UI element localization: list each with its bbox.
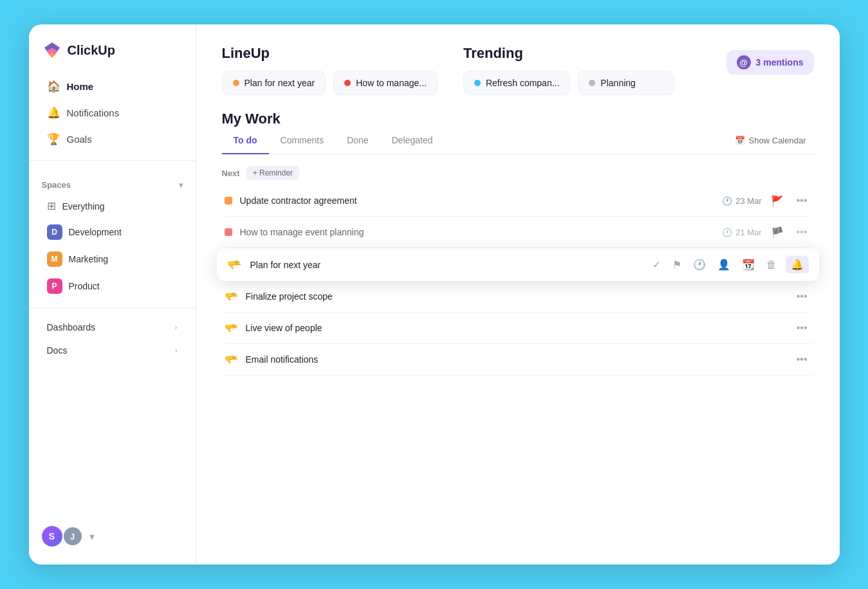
flag-action-button[interactable]: ⚑ [670, 256, 684, 273]
avatar-img[interactable]: J [62, 526, 83, 547]
trending-card-planning-label: Planning [600, 78, 636, 88]
dot-gray-1 [589, 80, 595, 86]
dot-blue-1 [474, 80, 481, 86]
divider-2 [29, 307, 196, 308]
task-icon: 🫳 [225, 290, 238, 304]
lineup-card-manage[interactable]: How to manage... [333, 71, 438, 95]
task-meta: ••• [793, 352, 811, 367]
task-date: 🕐 23 Mar [722, 196, 761, 206]
trending-card-planning[interactable]: Planning [578, 71, 674, 95]
sidebar-item-development[interactable]: D Development [34, 219, 190, 246]
sidebar-item-everything[interactable]: ⊞ Everything [34, 194, 190, 219]
sidebar-bottom: S J ▾ [29, 518, 196, 554]
space-everything-label: Everything [62, 201, 105, 212]
flag-icon-red: 🚩 [771, 195, 784, 207]
sidebar-item-docs[interactable]: Docs › [34, 339, 190, 362]
task-icon: 🫳 [225, 353, 238, 367]
trending-cards: Refresh compan... Planning [463, 71, 714, 95]
calendar-icon: 📅 [735, 136, 745, 145]
task-name: Update contractor agreement [240, 195, 723, 206]
more-options-button[interactable]: ••• [793, 194, 811, 208]
sidebar: ClickUp 🏠 Home 🔔 Notifications 🏆 Goals S… [29, 24, 196, 565]
task-dot-red [225, 228, 232, 236]
avatar-dropdown-icon[interactable]: ▾ [89, 530, 95, 543]
goals-icon: 🏆 [47, 132, 60, 146]
more-options-button[interactable]: ••• [793, 321, 811, 335]
top-row: LineUp Plan for next year How to manage.… [222, 45, 814, 95]
bell-icon: 🔔 [47, 106, 60, 120]
clock-action-button[interactable]: 🕐 [690, 256, 708, 273]
lineup-card-manage-label: How to manage... [356, 78, 427, 88]
lineup-card-plan[interactable]: Plan for next year [222, 71, 326, 95]
nav-goals[interactable]: 🏆 Goals [34, 126, 190, 152]
task-row[interactable]: 🫳 Finalize project scope ••• [222, 281, 814, 313]
product-badge: P [47, 278, 62, 294]
task-name: Email notifications [246, 354, 793, 365]
space-marketing-label: Marketing [69, 254, 108, 264]
clock-icon: 🕐 [722, 196, 732, 206]
nav-home[interactable]: 🏠 Home [34, 73, 190, 100]
task-meta: ••• [793, 321, 811, 335]
task-row[interactable]: Update contractor agreement 🕐 23 Mar 🚩 •… [222, 185, 814, 217]
trending-card-refresh[interactable]: Refresh compan... [463, 71, 570, 95]
space-product-label: Product [69, 281, 100, 291]
task-meta: 🕐 23 Mar 🚩 ••• [722, 194, 811, 208]
docs-label: Docs [47, 345, 68, 356]
app-name: ClickUp [68, 43, 115, 58]
assign-action-button[interactable]: 👤 [715, 256, 733, 273]
delete-action-button[interactable]: 🗑 [764, 257, 779, 273]
mentions-badge[interactable]: @ 3 mentions [726, 50, 814, 75]
task-dot-orange [225, 197, 232, 204]
task-date: 🕐 21 Mar [722, 228, 761, 237]
sidebar-item-marketing[interactable]: M Marketing [34, 246, 190, 273]
mentions-count: 3 mentions [756, 57, 804, 68]
chevron-down-icon: ▾ [179, 181, 183, 190]
home-icon: 🏠 [47, 80, 60, 93]
sidebar-item-product[interactable]: P Product [34, 273, 190, 300]
sidebar-item-dashboards[interactable]: Dashboards › [34, 316, 190, 339]
tab-todo[interactable]: To do [222, 127, 269, 154]
tab-delegated[interactable]: Delegated [380, 127, 445, 154]
task-meta: ••• [793, 289, 811, 304]
spaces-section-label: Spaces ▾ [29, 168, 196, 194]
trending-section: Trending Refresh compan... Planning [463, 45, 714, 95]
next-text: Next [222, 168, 240, 178]
check-action-button[interactable]: ✓ [650, 256, 663, 273]
avatar-s[interactable]: S [42, 526, 62, 547]
add-reminder-button[interactable]: + Reminder [246, 166, 299, 180]
task-row[interactable]: How to manage event planning 🕐 21 Mar 🏴 … [222, 217, 814, 248]
next-label: Next + Reminder [222, 154, 814, 185]
tab-done[interactable]: Done [335, 127, 380, 154]
task-row[interactable]: 🫳 Email notifications ••• [222, 344, 814, 376]
task-row[interactable]: 🫳 Live view of people ••• [222, 313, 814, 344]
popup-actions: ✓ ⚑ 🕐 👤 📆 🗑 🔔 [650, 256, 809, 273]
dashboards-label: Dashboards [47, 322, 96, 332]
task-meta: 🕐 21 Mar 🏴 ••• [722, 225, 811, 239]
more-options-button[interactable]: ••• [793, 225, 811, 239]
lineup-title: LineUp [222, 45, 438, 62]
tabs-row: To do Comments Done Delegated 📅 Show Cal… [222, 127, 814, 154]
more-options-button[interactable]: ••• [793, 352, 811, 367]
flag-icon-orange: 🏴 [771, 226, 784, 239]
task-icon: 🫳 [225, 322, 238, 335]
marketing-badge: M [47, 251, 62, 267]
nav-goals-label: Goals [67, 134, 92, 145]
app-container: ClickUp 🏠 Home 🔔 Notifications 🏆 Goals S… [29, 24, 840, 565]
more-options-button[interactable]: ••• [793, 289, 811, 304]
show-calendar-button[interactable]: 📅 Show Calendar [727, 131, 814, 150]
nav-notifications[interactable]: 🔔 Notifications [34, 100, 190, 126]
divider-1 [29, 160, 196, 161]
calendar-action-button[interactable]: 📆 [739, 256, 757, 273]
clickup-logo-icon [42, 40, 62, 60]
dot-red [344, 80, 351, 86]
docs-chevron-icon: › [175, 346, 178, 355]
task-popup-row[interactable]: 🫳 Plan for next year ✓ ⚑ 🕐 👤 📆 🗑 🔔 [217, 248, 819, 281]
nav-home-label: Home [67, 81, 94, 92]
dot-orange [233, 80, 239, 86]
bell-action-button[interactable]: 🔔 [786, 256, 809, 273]
dashboards-chevron-icon: › [175, 323, 178, 332]
lineup-section: LineUp Plan for next year How to manage.… [222, 45, 438, 95]
tab-comments[interactable]: Comments [269, 127, 336, 154]
task-name: How to manage event planning [240, 227, 723, 237]
space-development-label: Development [69, 227, 122, 237]
